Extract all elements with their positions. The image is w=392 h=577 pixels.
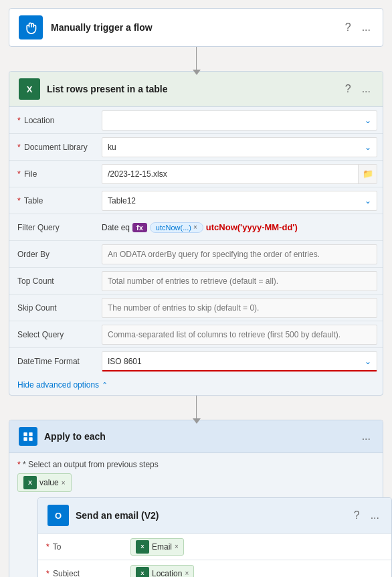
to-value[interactable]: X Email × (125, 535, 391, 558)
list-rows-more-button[interactable]: ... (359, 82, 373, 96)
document-library-select[interactable]: ku ⌄ (102, 137, 377, 157)
subject-chip-excel-icon: X (136, 567, 149, 578)
file-browse-button[interactable]: 📁 (358, 165, 377, 183)
list-rows-help-button[interactable]: ? (342, 82, 354, 96)
order-by-input[interactable] (102, 244, 377, 264)
subject-chip: X Location × (130, 565, 194, 578)
arrow-1 (196, 47, 197, 71)
filter-query-text: Date eq (102, 223, 130, 232)
datetime-format-label: DateTime Format (9, 351, 96, 372)
document-library-chevron-icon: ⌄ (365, 143, 371, 152)
value-chip-excel-letter: X (28, 479, 32, 486)
loop-icon (23, 431, 33, 442)
file-input-text: /2023-12-15.xlsx (102, 166, 358, 182)
location-select[interactable]: ⌄ (102, 110, 377, 131)
file-input-wrapper[interactable]: /2023-12-15.xlsx 📁 (102, 164, 377, 184)
select-output-star: * (17, 460, 23, 469)
hide-advanced-options[interactable]: Hide advanced options ⌃ (9, 375, 383, 395)
value-chip-excel-icon: X (23, 476, 37, 489)
value-chip: X value × (17, 473, 72, 492)
apply-each-header: Apply to each ... (9, 420, 383, 453)
hand-icon (24, 21, 37, 34)
to-chip-excel-letter: X (140, 544, 144, 550)
select-query-label: Select Query (9, 325, 96, 345)
file-label: * File (9, 164, 96, 184)
table-label: * Table (9, 191, 96, 211)
file-value[interactable]: /2023-12-15.xlsx 📁 (96, 161, 383, 187)
trigger-title: Manually trigger a flow (51, 22, 334, 33)
arrow-2 (196, 396, 197, 420)
datetime-format-select[interactable]: ISO 8601 ⌄ (102, 351, 377, 372)
location-label: * Location (9, 110, 96, 131)
svg-rect-3 (29, 437, 32, 440)
filter-query-label: Filter Query (9, 218, 96, 238)
filter-query-value[interactable]: Date eq fx utcNow(...) × utcNow('yyyy-MM… (96, 220, 383, 236)
top-count-row: Top Count (9, 268, 383, 295)
select-query-value[interactable] (96, 322, 383, 347)
file-row: * File /2023-12-15.xlsx 📁 (9, 161, 383, 187)
send-email-help-button[interactable]: ? (351, 508, 363, 523)
skip-count-value[interactable] (96, 295, 383, 321)
value-chip-close[interactable]: × (62, 479, 66, 487)
hide-advanced-chevron-icon: ⌃ (102, 381, 108, 390)
send-email-card: O Send an email (V2) ? ... * To (37, 497, 392, 577)
to-chip-excel-icon: X (136, 540, 149, 554)
send-email-form: * To X Email × (38, 533, 391, 577)
subject-chip-label: Location (152, 569, 182, 578)
filter-query-row: Filter Query Date eq fx utcNow(...) × ut… (9, 214, 383, 241)
list-rows-actions: ? ... (342, 82, 373, 96)
apply-each-more-button[interactable]: ... (359, 429, 373, 444)
hide-advanced-label: Hide advanced options (17, 380, 99, 390)
top-count-label: Top Count (9, 271, 96, 291)
skip-count-label: Skip Count (9, 298, 96, 318)
top-count-value[interactable] (96, 268, 383, 294)
value-chip-label: value (39, 478, 59, 487)
to-label: * To (38, 537, 125, 557)
table-select-value: Table12 (108, 196, 136, 205)
to-row: * To X Email × (38, 533, 391, 560)
doc-lib-required: * (17, 143, 21, 152)
svg-rect-1 (29, 432, 32, 436)
trigger-more-button[interactable]: ... (359, 20, 373, 35)
outlook-letter: O (55, 511, 62, 521)
send-email-more-button[interactable]: ... (368, 508, 382, 523)
to-chip-close[interactable]: × (175, 543, 179, 550)
list-rows-header: X List rows present in a table ? ... (9, 72, 383, 107)
list-rows-card: X List rows present in a table ? ... * L… (9, 71, 383, 396)
select-output-label: * * Select an output from previous steps (17, 460, 375, 469)
apply-each-title: Apply to each (44, 431, 353, 442)
order-by-value[interactable] (96, 242, 383, 267)
location-row: * Location ⌄ (9, 107, 383, 134)
top-count-input[interactable] (102, 271, 377, 291)
outlook-icon: O (47, 505, 69, 526)
location-value[interactable]: ⌄ (96, 108, 383, 133)
datetime-format-value[interactable]: ISO 8601 ⌄ (96, 349, 383, 374)
datetime-format-select-value: ISO 8601 (108, 357, 142, 366)
utc-formula: utcNow('yyyy-MM-dd') (206, 222, 298, 232)
fx-chip: fx (132, 223, 147, 232)
select-query-input[interactable] (102, 325, 377, 345)
list-rows-form: * Location ⌄ * Document Library (9, 107, 383, 375)
subject-chip-close[interactable]: × (185, 570, 189, 577)
excel-icon: X (19, 78, 40, 100)
skip-count-input[interactable] (102, 298, 377, 318)
list-rows-title: List rows present in a table (47, 84, 336, 94)
excel-letter: X (27, 84, 33, 94)
utcnow-chip[interactable]: utcNow(...) × (150, 222, 203, 233)
table-value[interactable]: Table12 ⌄ (96, 188, 383, 214)
select-query-row: Select Query (9, 321, 383, 348)
apply-each-card: Apply to each ... * * Select an output f… (9, 420, 383, 577)
trigger-help-button[interactable]: ? (342, 20, 354, 35)
datetime-format-row: DateTime Format ISO 8601 ⌄ (9, 348, 383, 375)
order-by-row: Order By (9, 241, 383, 268)
document-library-value[interactable]: ku ⌄ (96, 135, 383, 160)
file-required: * (17, 169, 21, 179)
datetime-format-chevron-icon: ⌄ (365, 357, 371, 366)
document-library-label: * Document Library (9, 137, 96, 157)
utcnow-chip-close[interactable]: × (193, 224, 197, 231)
subject-value[interactable]: X Location × (125, 562, 391, 578)
to-required: * (46, 542, 50, 552)
table-select[interactable]: Table12 ⌄ (102, 191, 377, 211)
send-email-title: Send an email (V2) (76, 510, 345, 521)
order-by-label: Order By (9, 244, 96, 264)
